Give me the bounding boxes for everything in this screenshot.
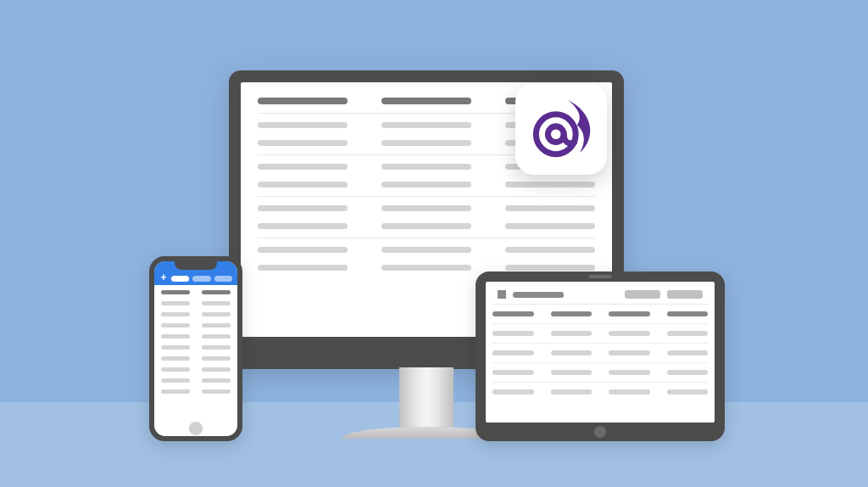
grid-header-row — [161, 290, 231, 294]
phone-device: + — [149, 256, 242, 441]
grid-cell — [161, 312, 190, 316]
grid-cell — [258, 205, 348, 211]
grid-row — [161, 301, 231, 305]
grid-cell — [492, 370, 534, 375]
phone-screen: + — [154, 261, 237, 436]
grid-cell — [258, 164, 348, 170]
grid-row — [161, 345, 231, 350]
plus-icon[interactable]: + — [159, 274, 168, 283]
grid-cell — [258, 265, 348, 271]
grid-row — [161, 323, 231, 327]
tablet-home-button[interactable] — [594, 426, 606, 438]
grid-cell — [505, 182, 595, 188]
grid-cell — [381, 223, 471, 229]
grid-cell — [505, 223, 595, 229]
grid-cell — [505, 265, 595, 271]
phone-tab[interactable] — [171, 276, 189, 282]
grid-cell — [492, 389, 534, 395]
grid-cell — [202, 356, 231, 361]
phone-tab[interactable] — [214, 276, 232, 282]
grid-cell — [381, 140, 471, 146]
grid-cell — [258, 182, 348, 188]
svg-point-0 — [536, 115, 576, 154]
grid-cell — [161, 356, 190, 361]
grid-row — [258, 182, 595, 197]
grid-cell — [258, 247, 348, 253]
grid-cell — [551, 331, 593, 336]
phone-tab[interactable] — [192, 276, 210, 282]
grid-cell — [492, 331, 534, 336]
grid-cell — [161, 389, 190, 394]
grid-row — [161, 367, 231, 372]
grid-cell — [381, 205, 471, 211]
grid-row — [492, 331, 708, 344]
grid-cell — [202, 345, 231, 350]
grid-cell — [161, 378, 190, 383]
grid-cell — [609, 331, 650, 336]
phone-datagrid — [154, 285, 237, 406]
grid-cell — [505, 247, 595, 253]
grid-row — [258, 205, 595, 211]
grid-row — [258, 265, 595, 271]
grid-header-cell — [202, 290, 231, 294]
grid-cell — [492, 350, 534, 355]
phone-notch — [175, 261, 217, 270]
grid-cell — [161, 301, 190, 305]
grid-cell — [258, 122, 348, 128]
grid-row — [492, 350, 708, 363]
grid-row — [258, 247, 595, 253]
tablet-screen — [486, 282, 715, 423]
grid-cell — [202, 323, 231, 327]
tablet-device — [476, 271, 725, 441]
grid-cell — [667, 350, 709, 355]
grid-cell — [609, 389, 650, 395]
grid-cell — [161, 334, 190, 339]
blazor-flame-at-icon — [528, 96, 594, 162]
grid-cell — [202, 378, 231, 383]
grid-cell — [609, 350, 650, 355]
grid-cell — [609, 370, 650, 375]
grid-cell — [381, 164, 471, 170]
grid-cell — [667, 389, 709, 395]
grid-row — [161, 389, 231, 394]
grid-header-cell — [667, 311, 709, 316]
grid-row — [492, 370, 708, 383]
grid-header-cell — [492, 311, 534, 316]
grid-cell — [505, 205, 595, 211]
grid-cell — [381, 182, 471, 188]
grid-cell — [202, 367, 231, 372]
grid-cell — [381, 265, 471, 271]
tablet-camera — [588, 275, 612, 278]
grid-row — [161, 356, 231, 361]
grid-header-cell — [161, 290, 190, 294]
grid-row — [492, 389, 708, 395]
toolbar-action-button[interactable] — [667, 290, 703, 299]
grid-cell — [667, 370, 709, 375]
grid-header-cell — [609, 311, 650, 316]
grid-cell — [381, 247, 471, 253]
grid-header-cell — [381, 98, 471, 104]
grid-cell — [551, 389, 593, 395]
grid-cell — [551, 370, 593, 375]
grid-row — [161, 334, 231, 339]
grid-header-row — [492, 311, 708, 324]
grid-row — [161, 378, 231, 383]
tablet-datagrid — [492, 311, 708, 395]
grid-cell — [161, 367, 190, 372]
grid-cell — [161, 323, 190, 327]
toolbar-action-button[interactable] — [625, 290, 660, 299]
tablet-toolbar — [492, 290, 708, 305]
grid-cell — [202, 312, 231, 316]
grid-cell — [667, 331, 709, 336]
grid-cell — [258, 223, 348, 229]
grid-cell — [381, 122, 471, 128]
blazor-logo-tile — [515, 83, 607, 175]
grid-header-cell — [258, 98, 348, 104]
monitor-stand-neck — [399, 367, 453, 427]
grid-cell — [202, 334, 231, 339]
grid-cell — [202, 389, 231, 394]
menu-icon[interactable] — [498, 290, 506, 299]
grid-cell — [551, 350, 593, 355]
tablet-title — [513, 292, 564, 298]
phone-home-button[interactable] — [189, 422, 203, 435]
